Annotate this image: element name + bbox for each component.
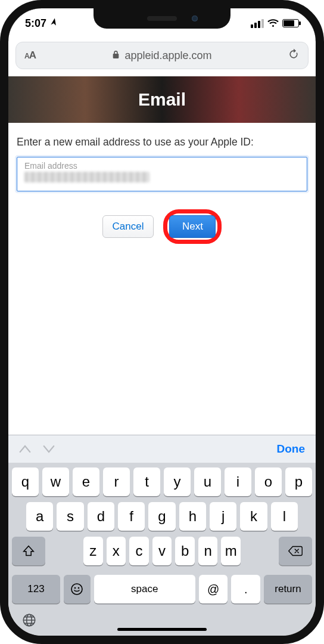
next-field-icon[interactable] bbox=[43, 441, 55, 457]
phone-frame: 5:07 AA appleid.apple.com bbox=[0, 0, 324, 644]
svg-point-1 bbox=[74, 587, 76, 589]
key-k[interactable]: k bbox=[240, 502, 267, 531]
keyboard-footer bbox=[8, 608, 316, 636]
home-indicator[interactable] bbox=[117, 628, 207, 631]
key-l[interactable]: l bbox=[271, 502, 298, 531]
volume-down bbox=[0, 205, 1, 247]
email-label: Email address bbox=[24, 161, 300, 171]
key-u[interactable]: u bbox=[194, 467, 221, 496]
lock-icon bbox=[112, 50, 120, 61]
dot-key[interactable]: . bbox=[231, 575, 260, 603]
notch bbox=[94, 8, 230, 29]
main-content: Enter a new email address to use as your… bbox=[8, 123, 316, 244]
at-key[interactable]: @ bbox=[199, 575, 228, 603]
prompt-text: Enter a new email address to use as your… bbox=[17, 136, 307, 148]
key-s[interactable]: s bbox=[57, 502, 83, 531]
svg-point-2 bbox=[78, 587, 80, 589]
keyboard-row-bottom: 123 space @ . return bbox=[8, 575, 316, 608]
emoji-key[interactable] bbox=[64, 575, 91, 603]
key-y[interactable]: y bbox=[164, 467, 191, 496]
key-h[interactable]: h bbox=[179, 502, 206, 531]
address-bar[interactable]: AA appleid.apple.com bbox=[15, 42, 309, 69]
shift-key[interactable] bbox=[12, 537, 45, 565]
keyboard-done-button[interactable]: Done bbox=[277, 442, 306, 456]
key-v[interactable]: v bbox=[152, 537, 172, 565]
key-a[interactable]: a bbox=[26, 502, 53, 531]
mute-switch bbox=[0, 110, 1, 132]
backspace-key[interactable] bbox=[279, 537, 312, 565]
location-icon bbox=[47, 16, 61, 30]
next-highlight: Next bbox=[163, 209, 222, 244]
key-j[interactable]: j bbox=[210, 502, 236, 531]
action-row: Cancel Next bbox=[17, 209, 307, 244]
keyboard: Done qwertyuiop asdfghjkl zxcvbnm 123 bbox=[8, 435, 316, 636]
key-z[interactable]: z bbox=[83, 537, 103, 565]
status-time: 5:07 bbox=[25, 17, 46, 30]
email-field[interactable]: Email address bbox=[17, 157, 307, 191]
return-key[interactable]: return bbox=[264, 575, 312, 603]
key-e[interactable]: e bbox=[73, 467, 99, 496]
cellular-icon bbox=[251, 19, 264, 28]
screen: 5:07 AA appleid.apple.com bbox=[8, 8, 316, 636]
keyboard-row-1: qwertyuiop bbox=[12, 467, 312, 496]
keyboard-row-2: asdfghjkl bbox=[12, 502, 312, 531]
key-f[interactable]: f bbox=[118, 502, 145, 531]
key-b[interactable]: b bbox=[175, 537, 195, 565]
key-x[interactable]: x bbox=[107, 537, 126, 565]
address-domain: appleid.apple.com bbox=[124, 49, 211, 62]
key-c[interactable]: c bbox=[129, 537, 149, 565]
volume-up bbox=[0, 151, 1, 193]
key-w[interactable]: w bbox=[42, 467, 69, 496]
numbers-key[interactable]: 123 bbox=[12, 575, 60, 603]
key-r[interactable]: r bbox=[103, 467, 130, 496]
key-n[interactable]: n bbox=[198, 537, 218, 565]
reload-icon[interactable] bbox=[288, 48, 300, 63]
prev-field-icon[interactable] bbox=[19, 441, 31, 457]
keyboard-toolbar: Done bbox=[8, 435, 316, 463]
page-title: Email bbox=[138, 89, 186, 110]
page-banner: Email bbox=[8, 76, 316, 123]
battery-icon bbox=[282, 19, 299, 27]
cancel-button[interactable]: Cancel bbox=[102, 215, 154, 238]
key-i[interactable]: i bbox=[225, 467, 251, 496]
key-d[interactable]: d bbox=[88, 502, 114, 531]
next-button[interactable]: Next bbox=[169, 215, 216, 238]
svg-point-0 bbox=[71, 584, 82, 595]
globe-icon[interactable] bbox=[21, 612, 37, 631]
key-o[interactable]: o bbox=[255, 467, 282, 496]
key-q[interactable]: q bbox=[12, 467, 39, 496]
key-p[interactable]: p bbox=[285, 467, 312, 496]
key-g[interactable]: g bbox=[148, 502, 175, 531]
reader-aa-button[interactable]: AA bbox=[24, 49, 36, 61]
space-key[interactable]: space bbox=[94, 575, 195, 603]
key-t[interactable]: t bbox=[133, 467, 160, 496]
email-value-redacted bbox=[24, 172, 149, 182]
key-m[interactable]: m bbox=[221, 537, 241, 565]
keyboard-row-3: zxcvbnm bbox=[12, 537, 312, 565]
wifi-icon bbox=[267, 17, 279, 30]
